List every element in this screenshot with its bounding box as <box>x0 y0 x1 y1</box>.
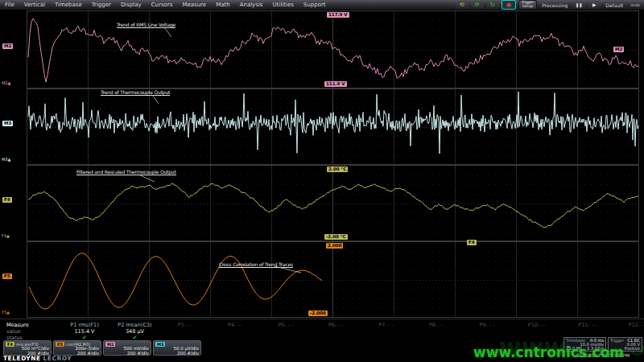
brand-secondary: LECROY <box>43 355 72 362</box>
measure-label-1: P1 rms(F1) <box>60 322 109 328</box>
descriptor-points-m2: 200 #/div <box>105 352 149 356</box>
undo-button[interactable]: Undo <box>628 3 642 7</box>
measure-row-value: value <box>6 328 21 335</box>
measure-label-8: P8- - - <box>412 322 462 328</box>
menu-item-vertical[interactable]: Vertical <box>19 2 50 8</box>
descriptor-m2[interactable]: M2500 mV/div200 #/div <box>103 340 151 356</box>
axis-min-label-m2: 111.9 V <box>324 81 347 87</box>
trigger-setup-line2: Setup <box>522 5 535 9</box>
axis-max-label-m2: 117.9 V <box>327 12 349 18</box>
default-label[interactable]: Default <box>603 2 625 8</box>
autosetup-button[interactable]: ⟳ <box>471 1 484 9</box>
measure-value-1: 115.4 V <box>60 328 109 335</box>
measure-label-11: P11- - - <box>563 322 613 328</box>
plot-area: Trend of RMS Line VoltageTrend of Thermo… <box>0 0 644 362</box>
descriptor-points-m3: 200 #/div <box>155 352 199 356</box>
trace-id-left-m3[interactable]: M3 <box>2 121 13 126</box>
history-button[interactable]: ⟲ <box>456 1 469 9</box>
menu-item-utilities[interactable]: Utilities <box>268 2 299 8</box>
descriptor-m3[interactable]: M350.0 μV/div200 #/div <box>153 340 201 356</box>
annotation-f4: Filtered and Rescaled Thermocouple Outpu… <box>76 169 176 175</box>
pause-icon: ❚❚ <box>576 1 582 9</box>
pause-button[interactable]: ❚❚ <box>572 1 585 9</box>
grid-section-1 <box>0 10 644 88</box>
ground-marker-f5: F5▲ <box>2 311 10 315</box>
measure-label-7: P7- - - <box>361 322 411 328</box>
measure-value-2: 348 μV <box>110 328 160 335</box>
toolbar: ⟲ ⟳ ↻ ● Trigger Setup Processing ❚❚ ▶ De… <box>456 0 644 10</box>
measure-label-12: P12- - - <box>613 322 644 328</box>
brand-primary: TELEDYNE <box>3 355 41 362</box>
descriptor-tab-m2: M2 <box>105 342 115 347</box>
trace-id-left-f5[interactable]: F5 <box>2 274 12 279</box>
axis-min-label-f4: -2.00 °C <box>324 234 348 240</box>
play-button[interactable]: ▶ <box>588 1 601 9</box>
descriptor-tab-m3: M3 <box>155 342 165 347</box>
menu-item-display[interactable]: Display <box>116 2 147 8</box>
brand-logo: TELEDYNE LECROY <box>3 355 72 362</box>
repeat-icon: ↻ <box>490 1 495 9</box>
processing-label: Processing <box>539 2 570 8</box>
measure-label-10: P10- - - <box>513 322 563 328</box>
trace-id-right-m2: M2 <box>613 47 624 52</box>
descriptor-tab-f5: F5 <box>56 342 64 347</box>
grid-section-3 <box>0 165 644 241</box>
grid-section-4 <box>0 241 644 318</box>
menu-item-file[interactable]: File <box>0 2 19 8</box>
menu-item-measure[interactable]: Measure <box>177 2 211 8</box>
measure-label-3: P3- - - <box>160 322 210 328</box>
descriptor-f5[interactable]: F5corr(M2,M3)200e-3/div200 #/div <box>53 340 101 356</box>
record-icon: ● <box>506 1 511 9</box>
oscilloscope-app: Trend of RMS Line VoltageTrend of Thermo… <box>0 0 644 362</box>
annotation-f5: Cross Correlation of Trend Traces <box>219 261 293 268</box>
descriptor-row: F4rescale(F3)500 m°C/div200 #/divF5corr(… <box>3 340 201 356</box>
ground-marker-m2: M2▲ <box>2 81 10 85</box>
menu-item-cursors[interactable]: Cursors <box>147 2 178 8</box>
ground-marker-f4: F4▲ <box>2 234 10 238</box>
menu-item-trigger[interactable]: Trigger <box>87 2 116 8</box>
annotation-m2: Trend of RMS Line Voltage <box>117 22 175 28</box>
measure-label-6: P6- - - <box>312 322 361 328</box>
axis-max-label-f5: 2.000 <box>326 243 343 249</box>
measure-title: Measure <box>6 322 29 328</box>
watermark: www.cntronics.com <box>473 344 624 360</box>
menu-item-support[interactable]: Support <box>299 2 331 8</box>
axis-min-label-f5: -2.000 <box>308 311 328 316</box>
record-button[interactable]: ● <box>502 0 516 10</box>
trace-id-left-f4[interactable]: F4 <box>2 197 12 203</box>
grid-section-2 <box>0 88 644 165</box>
play-icon: ▶ <box>592 1 597 9</box>
descriptor-tab-f4: F4 <box>6 342 14 347</box>
annotation-m3: Trend of Thermocouple Output <box>101 89 170 96</box>
trigger-setup-button[interactable]: Trigger Setup <box>518 0 538 10</box>
history-icon: ⟲ <box>460 1 464 9</box>
repeat-button[interactable]: ↻ <box>486 1 499 9</box>
trigger-label: Trigger <box>610 339 624 343</box>
menu-item-math[interactable]: Math <box>211 2 235 8</box>
autosetup-icon: ⟳ <box>475 1 480 9</box>
measure-label-9: P9- - - <box>462 322 512 328</box>
descriptor-f4[interactable]: F4rescale(F3)500 m°C/div200 #/div <box>3 340 52 356</box>
menu-items: FileVerticalTimebaseTriggerDisplayCursor… <box>0 2 331 8</box>
measure-label-2: P2 mean(C3) <box>110 322 160 328</box>
menu-bar: FileVerticalTimebaseTriggerDisplayCursor… <box>0 0 644 10</box>
measure-label-4: P4- - - <box>211 322 261 328</box>
measure-label-5: P5- - - <box>261 322 311 328</box>
trace-id-right-f4: F4 <box>467 240 477 245</box>
ground-marker-m3: M3▲ <box>2 158 10 162</box>
axis-max-label-f4: 2.00 °C <box>327 167 348 172</box>
menu-item-analysis[interactable]: Analysis <box>235 2 268 8</box>
trace-id-left-m2[interactable]: M2 <box>2 43 13 49</box>
menu-item-timebase[interactable]: Timebase <box>50 2 87 8</box>
trigger-slope: Positive <box>625 347 640 351</box>
